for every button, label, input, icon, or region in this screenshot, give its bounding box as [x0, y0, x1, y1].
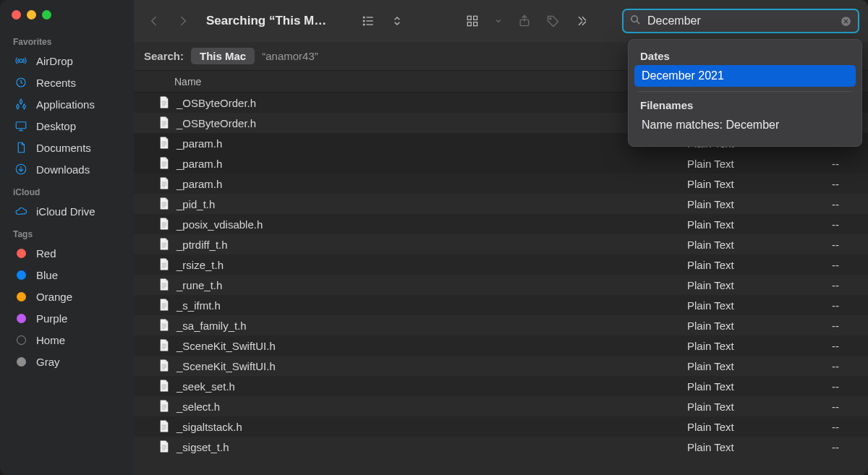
desktop-icon — [14, 119, 27, 132]
table-row[interactable]: _rsize_t.hPlain Text-- — [134, 254, 868, 275]
file-name: _s_ifmt.h — [176, 299, 221, 312]
svg-point-10 — [364, 17, 365, 18]
sidebar-group-icloud: iCloud — [0, 180, 134, 200]
table-row[interactable]: _ptrdiff_t.hPlain Text-- — [134, 234, 868, 254]
table-row[interactable]: _posix_vdisable.hPlain Text-- — [134, 214, 868, 234]
clear-search-icon[interactable] — [840, 15, 852, 27]
close-window-button[interactable] — [12, 10, 21, 20]
search-field[interactable] — [622, 9, 859, 33]
table-row[interactable]: _param.hPlain Text-- — [134, 174, 868, 194]
file-kind: Plain Text — [680, 158, 803, 170]
file-name: _posix_vdisable.h — [176, 218, 263, 231]
document-icon — [158, 379, 171, 393]
svg-rect-15 — [468, 22, 472, 26]
file-name: _SceneKit_SwiftUI.h — [176, 360, 276, 372]
group-dropdown[interactable] — [488, 11, 509, 31]
zoom-window-button[interactable] — [42, 10, 51, 20]
sidebar-item-recents[interactable]: Recents — [0, 72, 134, 93]
sidebar-item-downloads[interactable]: Downloads — [0, 158, 134, 180]
sidebar-item-label: Orange — [36, 291, 72, 303]
document-icon — [158, 419, 171, 434]
table-row[interactable]: _sigaltstack.hPlain Text-- — [134, 416, 868, 437]
sidebar-item-applications[interactable]: Applications — [0, 93, 134, 115]
sidebar-item-label: Recents — [36, 77, 76, 89]
main-panel: Searching “This M… — [134, 0, 868, 475]
document-icon — [158, 136, 171, 150]
view-list-button[interactable] — [355, 11, 381, 31]
overflow-button[interactable] — [569, 11, 595, 31]
table-row[interactable]: _s_ifmt.hPlain Text-- — [134, 295, 868, 315]
apps-icon — [14, 98, 27, 111]
file-name: _sigaltstack.h — [176, 421, 242, 433]
table-row[interactable]: _SceneKit_SwiftUI.hPlain Text-- — [134, 356, 868, 376]
sidebar-item-purple[interactable]: Purple — [0, 307, 134, 329]
minimize-window-button[interactable] — [27, 10, 36, 20]
document-icon — [158, 298, 171, 312]
search-scope-location[interactable]: “anamor43” — [262, 50, 318, 62]
sidebar-item-documents[interactable]: Documents — [0, 137, 134, 158]
tag-button[interactable] — [540, 11, 566, 31]
file-name: _seek_set.h — [176, 380, 235, 393]
sidebar-item-gray[interactable]: Gray — [0, 351, 134, 372]
suggestion-item[interactable]: December 2021 — [634, 65, 856, 87]
file-name: _param.h — [176, 178, 222, 190]
svg-rect-16 — [474, 22, 477, 26]
results-list: _OSByteOrder.hPlain Text_OSByteOrder.hPl… — [134, 93, 868, 475]
table-row[interactable]: _select.hPlain Text-- — [134, 396, 868, 416]
file-name: _OSByteOrder.h — [176, 117, 256, 129]
table-row[interactable]: _seek_set.hPlain Text-- — [134, 376, 868, 396]
suggestion-item[interactable]: Name matches: December — [634, 114, 856, 136]
share-button[interactable] — [511, 11, 537, 31]
document-icon — [158, 399, 171, 414]
file-kind: Plain Text — [680, 441, 803, 453]
file-extra: -- — [803, 441, 868, 453]
sidebar-item-desktop[interactable]: Desktop — [0, 115, 134, 137]
document-icon — [158, 278, 171, 292]
clock-icon — [14, 76, 27, 89]
table-row[interactable]: _sa_family_t.hPlain Text-- — [134, 315, 868, 335]
file-kind: Plain Text — [680, 421, 803, 433]
sidebar-item-icloud-drive[interactable]: iCloud Drive — [0, 200, 134, 222]
table-row[interactable]: _rune_t.hPlain Text-- — [134, 275, 868, 295]
tagtag-icon — [14, 355, 27, 368]
file-name: _SceneKit_SwiftUI.h — [176, 340, 276, 352]
search-scope-label: Search: — [144, 50, 184, 62]
document-icon — [158, 197, 171, 211]
tagtag-icon — [14, 290, 27, 303]
table-row[interactable]: _param.hPlain Text-- — [134, 153, 868, 174]
search-scope-thismac[interactable]: This Mac — [191, 48, 255, 64]
view-sort-button[interactable] — [384, 11, 410, 31]
svg-point-0 — [20, 59, 23, 63]
file-extra: -- — [803, 401, 868, 413]
document-icon — [158, 359, 171, 373]
airdrop-icon — [14, 54, 27, 67]
column-name[interactable]: Name — [134, 76, 680, 87]
sidebar-item-label: iCloud Drive — [36, 205, 95, 218]
suggestion-group-filenames: Filenames — [634, 96, 856, 114]
sidebar-item-home[interactable]: Home — [0, 329, 134, 351]
table-row[interactable]: _pid_t.hPlain Text-- — [134, 194, 868, 214]
svg-point-11 — [364, 20, 365, 22]
finder-window: FavoritesAirDropRecentsApplicationsDeskt… — [0, 0, 868, 475]
forward-button[interactable] — [170, 11, 196, 31]
sidebar-item-airdrop[interactable]: AirDrop — [0, 50, 134, 72]
file-name: _sigset_t.h — [176, 441, 229, 453]
table-row[interactable]: _SceneKit_SwiftUI.hPlain Text-- — [134, 335, 868, 356]
document-icon — [158, 440, 171, 454]
table-row[interactable]: _sigset_t.hPlain Text-- — [134, 437, 868, 457]
file-name: _ptrdiff_t.h — [176, 239, 228, 251]
sidebar-item-orange[interactable]: Orange — [0, 286, 134, 307]
suggestion-group-dates: Dates — [634, 47, 856, 65]
group-button[interactable] — [459, 11, 485, 31]
file-kind: Plain Text — [680, 401, 803, 413]
file-extra: -- — [803, 421, 868, 433]
cloud-icon — [14, 205, 27, 218]
back-button[interactable] — [141, 11, 167, 31]
sidebar-item-blue[interactable]: Blue — [0, 264, 134, 286]
search-icon — [629, 14, 642, 28]
search-input[interactable] — [647, 14, 834, 27]
tagtag-icon — [14, 247, 27, 260]
svg-line-21 — [637, 21, 639, 24]
sidebar-item-red[interactable]: Red — [0, 242, 134, 264]
window-title: Searching “This M… — [199, 14, 333, 28]
